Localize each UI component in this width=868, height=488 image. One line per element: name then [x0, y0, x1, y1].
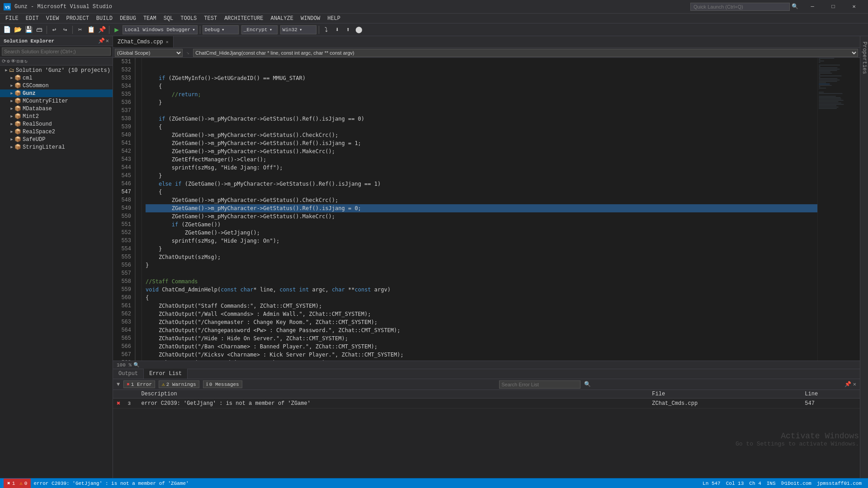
minimize-button[interactable]: ─ — [802, 0, 823, 14]
tree-item-realspace2[interactable]: ▶ 📦 RealSpace2 — [0, 128, 113, 136]
col-file[interactable]: File — [648, 390, 801, 399]
tree-label-solution: Solution 'Gunz' (10 projects) — [16, 67, 110, 74]
properties-icon[interactable]: Properties — [861, 42, 868, 74]
tree-item-cml[interactable]: ▶ 📦 cml — [0, 74, 113, 82]
menu-project[interactable]: PROJECT — [62, 14, 92, 23]
menu-sql[interactable]: SQL — [160, 14, 177, 23]
quick-launch-input[interactable] — [690, 3, 790, 11]
warning-count: 2 Warnings — [166, 382, 196, 387]
tab-zchat-cmds-close[interactable]: ✕ — [166, 39, 169, 45]
error-filter-messages[interactable]: ℹ 0 Messages — [203, 380, 242, 388]
se-toolbar-props[interactable]: ⚙ — [7, 58, 10, 64]
menu-architecture[interactable]: ARCHITECTURE — [221, 14, 267, 23]
tree-item-realsound[interactable]: ▶ 📦 RealSound — [0, 120, 113, 128]
cut-button[interactable]: ✂ — [75, 25, 85, 35]
menu-view[interactable]: VIEW — [42, 14, 63, 23]
se-pin-button[interactable]: 📌 — [98, 38, 105, 44]
code-editor[interactable]: 5315325335345355365375385395405415425435… — [113, 58, 860, 361]
line-number-561: 561 — [117, 302, 131, 310]
new-file-button[interactable]: 📄 — [2, 25, 12, 35]
code-line-563: ZChatOutput("/Hide : Hide On Server.", Z… — [146, 334, 817, 343]
menu-tools[interactable]: TOOLS — [177, 14, 200, 23]
error-panel-close-button[interactable]: ✕ — [853, 381, 856, 388]
tree-item-mdatabase[interactable]: ▶ 📦 MDatabase — [0, 105, 113, 113]
solution-explorer-search-input[interactable] — [2, 47, 111, 56]
se-close-button[interactable]: ✕ — [106, 38, 109, 44]
zoom-icon: 🔍 — [133, 362, 140, 368]
scope-dropdown[interactable]: (Global Scope) — [115, 49, 183, 57]
start-debug-button[interactable]: ▶ — [112, 25, 122, 35]
col-line[interactable]: Line — [801, 390, 860, 399]
step-into-button[interactable]: ⬇ — [332, 25, 342, 35]
code-line-554: } — [146, 261, 817, 269]
open-file-button[interactable]: 📂 — [13, 25, 23, 35]
bottom-tab-error-list[interactable]: Error List — [144, 369, 188, 379]
menu-edit[interactable]: EDIT — [22, 14, 42, 23]
menu-window[interactable]: WINDOW — [297, 14, 324, 23]
redo-button[interactable]: ↪ — [60, 25, 70, 35]
copy-button[interactable]: 📋 — [86, 25, 96, 35]
error-filter-errors[interactable]: ✖ 1 Error — [123, 380, 155, 388]
menu-debug[interactable]: DEBUG — [116, 14, 140, 23]
code-line-548: ZGetGame()->m_pMyCharacter->GetStatus().… — [146, 212, 817, 221]
close-button[interactable]: ✕ — [844, 0, 864, 14]
configuration-dropdown[interactable]: Debug ▾ — [203, 25, 239, 34]
save-all-button[interactable]: 🗃 — [34, 25, 44, 35]
tree-arrow-mcountryfilter: ▶ — [9, 99, 14, 103]
error-panel-window-controls: 📌 ✕ — [844, 381, 856, 388]
tree-item-solution[interactable]: ▶ 🗂 Solution 'Gunz' (10 projects) — [0, 66, 113, 74]
tab-zchat-cmds[interactable]: ZChat_Cmds.cpp ✕ — [113, 36, 174, 47]
code-line-532: { — [146, 82, 817, 90]
se-toolbar-view[interactable]: 👁 — [11, 58, 16, 64]
se-search-area — [0, 46, 113, 57]
error-row-1[interactable]: ✖ 3 error C2039: 'GetJjang' : is not a m… — [113, 399, 860, 408]
se-toolbar-refresh[interactable]: ↻ — [24, 58, 28, 64]
line-number-563: 563 — [117, 318, 131, 326]
tree-item-gunz[interactable]: ▶ 📦 Gunz — [0, 89, 113, 97]
save-button[interactable]: 💾 — [24, 25, 33, 35]
error-row-num: 3 — [124, 399, 137, 408]
se-toolbar-sync[interactable]: ⟳ — [2, 58, 6, 64]
undo-button[interactable]: ↩ — [49, 25, 59, 35]
tree-item-stringliteral[interactable]: ▶ 📦 StringLiteral — [0, 143, 113, 151]
status-error-badge[interactable]: ✖ 1 ⚠ 0 — [4, 479, 31, 488]
error-search-input[interactable] — [499, 380, 580, 389]
tree-item-mcountryfilter[interactable]: ▶ 📦 MCountryFilter — [0, 97, 113, 105]
error-filter-warnings[interactable]: ⚠ 2 Warnings — [159, 380, 199, 388]
cscommon-project-icon: 📦 — [14, 82, 21, 89]
code-content[interactable]: if (ZGetMyInfo()->GetUGradeID() == MMUG_… — [142, 58, 817, 361]
menu-team[interactable]: TEAM — [140, 14, 160, 23]
bottom-tab-output[interactable]: Output — [113, 369, 144, 379]
error-table-header: Description File Line — [113, 390, 860, 399]
se-toolbar-collapse[interactable]: ⊞ — [20, 58, 24, 64]
menu-test[interactable]: TEST — [200, 14, 221, 23]
encrypt-dropdown[interactable]: _Encrypt ▾ — [241, 25, 278, 34]
line-number-560: 560 — [117, 294, 131, 302]
error-panel-pin-button[interactable]: 📌 — [844, 381, 851, 388]
breakpoint-button[interactable]: ⬤ — [354, 25, 364, 35]
code-line-557: void ChatCmd_AdminHelp(const char* line,… — [146, 286, 817, 294]
code-line-559: ZChatOutput("Staff Commands:", ZChat::CM… — [146, 302, 817, 310]
vertical-scrollbar[interactable] — [854, 58, 860, 361]
tree-item-safeudp[interactable]: ▶ 📦 SafeUDP — [0, 136, 113, 143]
line-number-565: 565 — [117, 334, 131, 343]
paste-button[interactable]: 📌 — [97, 25, 107, 35]
col-num — [124, 390, 137, 399]
col-description[interactable]: Description — [137, 390, 648, 399]
menu-build[interactable]: BUILD — [93, 14, 116, 23]
tree-item-cscommon[interactable]: ▶ 📦 CSCommon — [0, 82, 113, 89]
platform-dropdown[interactable]: Win32 ▾ — [280, 25, 316, 34]
step-out-button[interactable]: ⬆ — [343, 25, 353, 35]
code-line-546: ZGetGame()->m_pMyCharacter->GetStatus().… — [146, 196, 817, 204]
tree-item-mint2[interactable]: ▶ 📦 Mint2 — [0, 113, 113, 120]
menu-analyze[interactable]: ANALYZE — [267, 14, 297, 23]
se-toolbar-filter[interactable]: ⊟ — [17, 58, 20, 64]
debugger-dropdown[interactable]: Local Windows Debugger ▾ — [123, 25, 198, 34]
tree-label-realspace2: RealSpace2 — [23, 129, 55, 135]
menu-help[interactable]: HELP — [324, 14, 344, 23]
menu-file[interactable]: FILE — [2, 14, 22, 23]
line-number-539: 539 — [117, 123, 131, 131]
step-over-button[interactable]: ⤵ — [321, 25, 331, 35]
function-dropdown[interactable]: ChatCmd_HideJjang(const char * line, con… — [193, 49, 858, 57]
maximize-button[interactable]: □ — [823, 0, 844, 14]
